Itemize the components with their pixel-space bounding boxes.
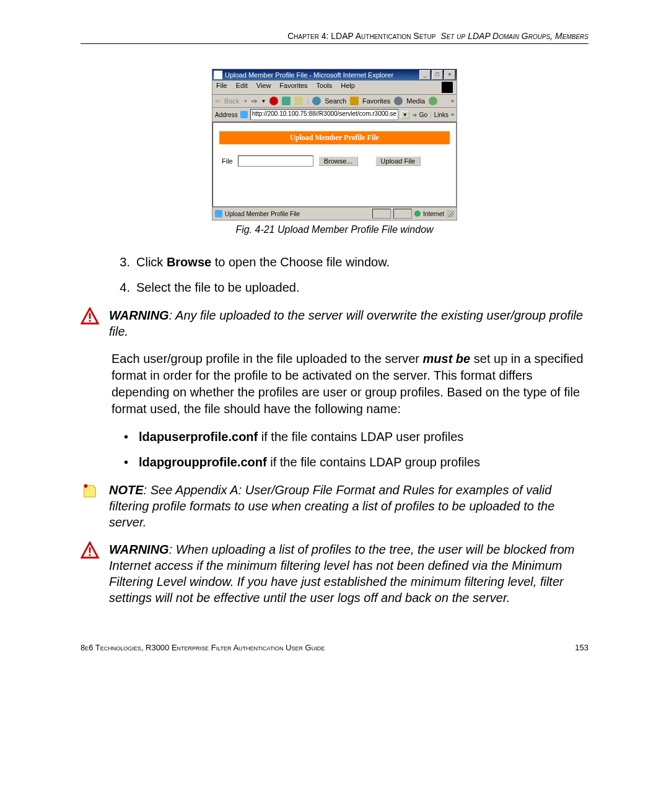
page-icon [240,111,248,118]
history-icon[interactable] [429,97,437,105]
status-zone: Internet [423,211,444,217]
back-label[interactable]: Back [224,97,239,105]
close-icon[interactable]: × [444,70,455,80]
page: Chapter 4: LDAP Authentication Setup Set… [0,0,669,812]
menu-help[interactable]: Help [341,82,355,93]
browse-button[interactable]: Browse... [318,156,358,166]
step-number: 4. [118,279,130,296]
dropdown-icon[interactable]: ▼ [243,98,248,104]
address-dropdown-icon[interactable]: ▼ [401,111,409,119]
svg-rect-2 [89,320,91,322]
step-3: 3. Click Browse to open the Choose file … [118,254,588,271]
status-text: Upload Member Profile File [225,211,300,217]
status-segment [393,209,412,219]
menu-view[interactable]: View [256,82,271,93]
minimize-icon[interactable]: _ [419,70,431,80]
para-bold: must be [423,352,471,365]
resize-grip-icon [447,210,454,217]
maximize-icon[interactable]: □ [432,70,443,80]
menu-tools[interactable]: Tools [317,82,333,93]
file-input[interactable] [238,155,313,167]
page-icon [215,210,222,217]
page-footer: 8e6 Technologies, R3000 Enterprise Filte… [81,643,588,652]
bullet-bold: ldapuserprofile.conf [139,430,258,443]
ie-status-bar: Upload Member Profile File Internet [212,207,457,220]
header-chapter: Chapter 4: LDAP Authentication Setup [287,31,435,41]
favorites-icon[interactable] [350,97,359,105]
file-label: File [222,157,233,165]
ie-window: Upload Member Profile File - Microsoft I… [212,69,457,220]
ie-title-bar: Upload Member Profile File - Microsoft I… [212,69,457,81]
note-text: : See Appendix A: User/Group File Format… [109,483,554,529]
step-text: Select the file to be uploaded. [136,281,300,294]
menu-file[interactable]: File [216,82,227,93]
step-text: to open the Choose file window. [211,255,390,269]
upload-file-button[interactable]: Upload File [375,156,421,166]
go-arrow-icon[interactable]: ➜ [412,111,417,118]
links-label[interactable]: Links [434,111,448,118]
step-4: 4. Select the file to be uploaded. [118,279,588,296]
search-label[interactable]: Search [325,97,346,105]
ie-menu-bar: File Edit View Favorites Tools Help [212,81,457,95]
ie-content-area: Upload Member Profile File File Browse..… [212,122,457,207]
media-icon[interactable] [394,97,403,105]
warning-text: : When uploading a list of profiles to t… [109,543,574,605]
back-arrow-icon[interactable]: ⇦ [215,97,221,105]
svg-rect-7 [89,547,91,552]
menu-favorites[interactable]: Favorites [279,82,307,93]
ie-toolbar: ⇦ Back ▼ ⇨ ▼ | Search Favorites Media » [212,95,457,108]
footer-left: 8e6 Technologies, R3000 Enterprise Filte… [81,643,325,652]
list-item: • ldapgroupprofile.conf if the file cont… [124,454,588,471]
go-label[interactable]: Go [419,111,427,118]
content-title: Upload Member Profile File [219,131,450,144]
ie-logo-icon [442,82,453,93]
internet-zone-icon [414,211,421,217]
menu-edit[interactable]: Edit [236,82,248,93]
warning-label: WARNING [109,308,169,322]
address-label: Address [215,111,238,118]
svg-point-5 [84,484,88,488]
page-number: 153 [575,643,588,652]
home-icon[interactable] [294,97,303,105]
running-header: Chapter 4: LDAP Authentication Setup Set… [81,31,588,44]
bullet-dot-icon: • [124,454,133,471]
bullet-text: if the file contains LDAP group profiles [267,455,480,469]
ie-title-text: Upload Member Profile File - Microsoft I… [225,71,393,79]
status-segment [372,209,391,219]
note-callout: NOTE: See Appendix A: User/Group File Fo… [81,482,588,530]
dropdown-icon[interactable]: ▼ [261,98,266,104]
stop-icon[interactable] [269,97,278,105]
note-label: NOTE [109,483,144,497]
svg-rect-8 [89,554,91,556]
step-bold: Browse [167,255,211,269]
favorites-label[interactable]: Favorites [362,97,390,105]
warning-callout: WARNING: When uploading a list of profil… [81,541,588,606]
note-icon [81,482,99,500]
warning-icon [81,541,99,560]
forward-arrow-icon[interactable]: ⇨ [251,97,257,105]
warning-icon [81,307,99,326]
svg-rect-1 [89,313,91,318]
bullet-bold: ldapgroupprofile.conf [139,455,267,469]
ie-app-icon [214,71,222,79]
address-input[interactable]: http://200.10.100.75:88//R3000/servlet/c… [250,109,398,120]
refresh-icon[interactable] [282,97,291,105]
paragraph: Each user/group profile in the file uplo… [112,351,588,417]
warning-text: : Any file uploaded to the server will o… [109,308,583,338]
warning-label: WARNING [109,543,169,556]
body-text: 3. Click Browse to open the Choose file … [112,254,588,296]
warning-callout: WARNING: Any file uploaded to the server… [81,307,588,339]
para-text: Each user/group profile in the file uplo… [112,352,423,365]
step-text: Click [136,255,167,269]
figure-caption: Fig. 4-21 Upload Member Profile File win… [81,224,588,235]
bullet-list: • ldapuserprofile.conf if the file conta… [124,429,588,471]
bullet-dot-icon: • [124,429,133,445]
header-section: Set up LDAP Domain Groups, Members [440,31,588,41]
search-icon[interactable] [312,97,321,105]
list-item: • ldapuserprofile.conf if the file conta… [124,429,588,445]
step-number: 3. [118,254,130,271]
media-label[interactable]: Media [406,97,425,105]
bullet-text: if the file contains LDAP user profiles [258,430,463,443]
ie-address-bar: Address http://200.10.100.75:88//R3000/s… [212,108,457,122]
